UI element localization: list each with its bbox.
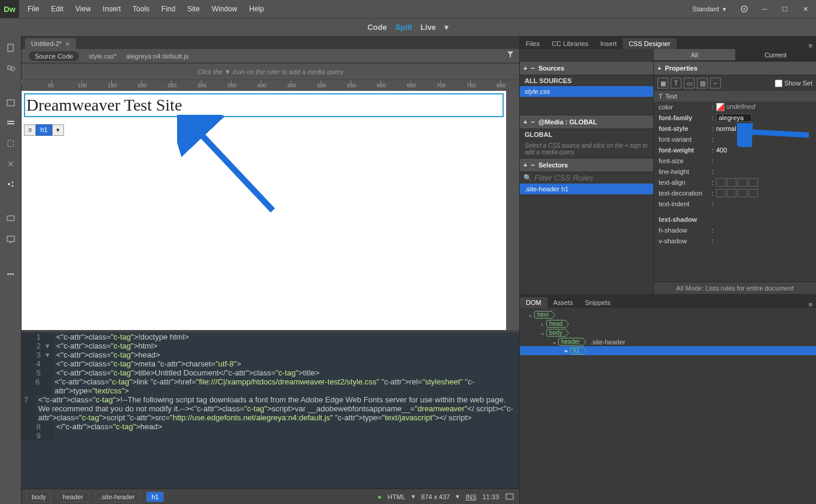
panel-tab-assets[interactable]: Assets xyxy=(547,297,579,308)
menu-file[interactable]: File xyxy=(22,0,45,18)
show-set-checkbox[interactable]: Show Set xyxy=(775,80,812,87)
plus-icon[interactable]: + xyxy=(523,118,527,126)
minus-icon[interactable]: − xyxy=(531,65,534,72)
element-add-icon[interactable]: ▾ xyxy=(52,124,64,136)
panel-tab-files[interactable]: Files xyxy=(520,38,546,49)
status-size[interactable]: 874 x 437 xyxy=(421,493,450,500)
panel-menu-icon[interactable]: ≡ xyxy=(805,301,816,308)
filter-css-input[interactable] xyxy=(534,173,650,182)
menu-view[interactable]: View xyxy=(69,0,97,18)
text-category-icon[interactable]: T xyxy=(671,78,681,88)
comment-icon[interactable] xyxy=(5,213,17,225)
align-justify-icon[interactable] xyxy=(748,178,758,187)
related-css[interactable]: style.css* xyxy=(89,53,116,60)
prop-fontstyle-value[interactable]: normal xyxy=(716,125,811,132)
color-swatch-icon[interactable] xyxy=(716,103,724,111)
menu-find[interactable]: Find xyxy=(156,0,181,18)
document-tab[interactable]: Untitled-2* ✕ xyxy=(25,38,76,49)
dom-header[interactable]: header xyxy=(558,338,583,346)
minus-icon[interactable]: − xyxy=(531,161,534,169)
minimize-button[interactable]: ─ xyxy=(756,2,773,16)
dom-h1[interactable]: h1 xyxy=(570,347,583,355)
chevron-right-icon[interactable]: › xyxy=(538,320,546,328)
background-category-icon[interactable]: ▨ xyxy=(697,78,708,88)
crumb-siteheader[interactable]: .site-header xyxy=(95,491,140,502)
cssdes-tab-current[interactable]: Current xyxy=(735,49,817,60)
prop-textalign-value[interactable] xyxy=(716,178,811,187)
format-icon[interactable] xyxy=(5,178,17,190)
close-button[interactable]: ✕ xyxy=(797,2,814,16)
source-code-button[interactable]: Source Code xyxy=(29,51,79,61)
align-right-icon[interactable] xyxy=(738,178,747,187)
panel-menu-icon[interactable]: ≡ xyxy=(805,42,816,49)
panel-tab-cssdesigner[interactable]: CSS Designer xyxy=(623,38,677,49)
menu-edit[interactable]: Edit xyxy=(45,0,69,18)
dom-body[interactable]: body xyxy=(546,329,566,337)
panel-tab-insert[interactable]: Insert xyxy=(594,38,623,49)
prop-color-value[interactable]: undefined xyxy=(716,103,811,111)
chevron-down-icon[interactable]: ⌄ xyxy=(550,338,558,346)
menu-insert[interactable]: Insert xyxy=(97,0,127,18)
related-js[interactable]: alegreya:n4:default.js xyxy=(126,53,189,60)
prop-fontweight-value[interactable]: 400 xyxy=(716,146,811,154)
deco-none-icon[interactable] xyxy=(716,189,726,197)
crumb-body[interactable]: body xyxy=(26,491,51,502)
view-split[interactable]: Split xyxy=(395,23,412,32)
panel-tab-cclib[interactable]: CC Libraries xyxy=(546,38,594,49)
collapse-icon[interactable] xyxy=(5,158,17,170)
file-icon[interactable] xyxy=(5,42,17,54)
dom-head[interactable]: head xyxy=(546,320,566,328)
chevron-down-icon[interactable]: ⌄ xyxy=(526,311,534,319)
status-lang[interactable]: HTML xyxy=(388,493,406,500)
crumb-header[interactable]: header xyxy=(57,491,89,502)
crumb-h1[interactable]: h1 xyxy=(146,491,164,502)
expand-icon[interactable] xyxy=(5,97,17,109)
source-stylecss[interactable]: style.css xyxy=(520,86,653,97)
close-tab-icon[interactable]: ✕ xyxy=(65,41,70,47)
selector-siteheader-h1[interactable]: .site-header h1 xyxy=(520,184,653,194)
preview-icon[interactable] xyxy=(5,233,17,245)
manage-sites-icon[interactable] xyxy=(5,62,17,74)
sync-settings-icon[interactable] xyxy=(736,2,753,16)
plus-icon[interactable]: + xyxy=(523,161,527,169)
align-left-icon[interactable] xyxy=(716,178,726,187)
plus-icon[interactable]: + xyxy=(562,347,570,355)
h1-element-selected[interactable]: Dreamweaver Test Site xyxy=(24,93,504,117)
deco-strike-icon[interactable] xyxy=(748,189,758,197)
element-tag-badge[interactable]: h1 xyxy=(36,124,51,136)
view-live[interactable]: Live xyxy=(421,23,436,32)
view-dropdown-icon[interactable]: ▾ xyxy=(444,23,449,32)
cssdes-tab-all[interactable]: All xyxy=(654,49,735,60)
border-category-icon[interactable]: ▭ xyxy=(684,78,695,88)
menu-window[interactable]: Window xyxy=(206,0,243,18)
minus-icon[interactable]: − xyxy=(531,118,534,126)
view-code[interactable]: Code xyxy=(367,23,387,32)
dom-html[interactable]: html xyxy=(534,311,552,319)
plus-icon[interactable]: + xyxy=(523,65,527,72)
preview-device-icon[interactable] xyxy=(505,492,514,502)
align-center-icon[interactable] xyxy=(727,178,736,187)
maximize-button[interactable]: ☐ xyxy=(777,2,793,16)
chevron-down-icon[interactable]: ⌄ xyxy=(538,329,546,337)
element-menu-icon[interactable]: ≡ xyxy=(24,124,36,136)
prop-fontfamily-value[interactable] xyxy=(716,114,811,122)
panel-tab-snippets[interactable]: Snippets xyxy=(579,297,617,308)
media-global[interactable]: GLOBAL xyxy=(520,129,653,140)
filter-icon[interactable] xyxy=(506,50,514,59)
deco-overline-icon[interactable] xyxy=(738,189,747,197)
deco-underline-icon[interactable] xyxy=(727,189,736,197)
prop-textdeco-value[interactable] xyxy=(716,189,811,197)
panel-tab-dom[interactable]: DOM xyxy=(520,297,547,308)
workspace-switcher[interactable]: Standard ▾ xyxy=(686,3,732,16)
inspect-icon[interactable] xyxy=(5,138,17,149)
fontfamily-input[interactable] xyxy=(716,114,752,122)
code-editor[interactable]: 1<"c-attr">class="c-tag">!doctype html>2… xyxy=(22,330,519,488)
menu-tools[interactable]: Tools xyxy=(127,0,156,18)
menu-site[interactable]: Site xyxy=(181,0,206,18)
status-ins[interactable]: INS xyxy=(465,493,476,500)
more-category-icon[interactable]: − xyxy=(710,78,721,88)
plus-icon[interactable]: + xyxy=(657,65,661,72)
layout-category-icon[interactable]: ▦ xyxy=(657,78,668,88)
menu-help[interactable]: Help xyxy=(243,0,270,18)
more-icon[interactable]: ••• xyxy=(5,268,17,280)
